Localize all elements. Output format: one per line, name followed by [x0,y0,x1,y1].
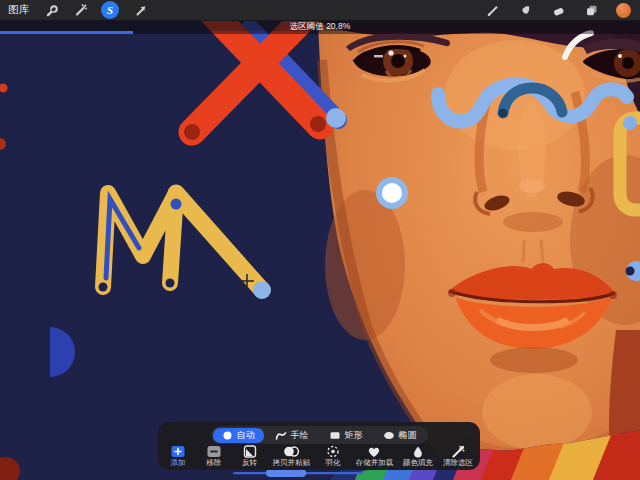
selection-tool-button[interactable]: S [101,1,119,19]
selection-mode-segmented-control: 自动 手绘 矩形 椭圆 [211,426,428,444]
transform-arrow-icon [133,3,148,18]
layers-button[interactable] [583,2,599,18]
wrench-icon [44,3,59,18]
actions-button[interactable] [43,2,59,18]
eraser-button[interactable] [550,2,566,18]
selection-toolbar-panel: 自动 手绘 矩形 椭圆 [158,422,480,470]
add-icon [170,445,186,458]
clear-brush-icon [450,445,465,458]
smudge-icon [518,3,533,18]
automatic-mode-icon [222,430,233,441]
mode-ellipse-button[interactable]: 椭圆 [374,428,426,443]
action-clear-selection-button[interactable]: 清除选区 [443,445,473,467]
brush-icon [485,3,500,18]
magic-wand-icon [73,3,88,18]
copy-paste-icon [283,445,300,458]
action-color-fill-button[interactable]: 颜色填充 [403,445,433,467]
mode-label: 手绘 [291,429,309,442]
action-label: 羽化 [325,459,340,467]
selection-threshold-label: 选区阈值 20.8% [290,21,350,30]
action-feather-button[interactable]: 羽化 [320,445,346,467]
procreate-window: 图库 S [0,0,640,480]
action-save-load-button[interactable]: 存储并加载 [356,445,394,467]
white-ring-dot [376,177,408,209]
mode-automatic-button[interactable]: 自动 [213,428,264,443]
selection-threshold-banner: 选区阈值 20.8% [0,21,640,31]
gallery-button[interactable]: 图库 [8,3,30,17]
mode-rectangle-button[interactable]: 矩形 [320,428,372,443]
feather-icon [326,445,340,458]
rectangle-mode-icon [329,430,341,441]
action-label: 添加 [171,459,186,467]
mode-freehand-button[interactable]: 手绘 [266,428,318,443]
eraser-icon [551,3,566,18]
brush-button[interactable] [484,2,500,18]
selection-threshold-track[interactable] [0,31,640,34]
layers-icon [584,3,599,18]
selection-actions-row: 添加 移除 反转 拷贝并粘贴 [158,444,480,470]
mode-label: 矩形 [345,429,363,442]
action-add-button[interactable]: 添加 [165,445,191,467]
action-label: 存储并加载 [356,459,394,467]
action-copy-paste-button[interactable]: 拷贝并粘贴 [273,445,311,467]
color-swatch[interactable] [616,3,631,18]
transform-button[interactable] [132,2,148,18]
top-toolbar: 图库 S [0,0,640,21]
action-label: 清除选区 [443,459,473,467]
action-label: 颜色填充 [403,459,433,467]
invert-icon [243,445,257,458]
action-label: 移除 [206,459,221,467]
action-remove-button[interactable]: 移除 [201,445,227,467]
canvas[interactable] [0,0,640,480]
action-label: 反转 [242,459,257,467]
remove-icon [206,445,222,458]
adjustments-button[interactable] [72,2,88,18]
smudge-button[interactable] [517,2,533,18]
mode-label: 自动 [237,429,255,442]
freehand-mode-icon [275,430,287,441]
action-invert-button[interactable]: 反转 [237,445,263,467]
action-label: 拷贝并粘贴 [273,459,311,467]
selection-glyph: S [107,5,113,16]
heart-icon [366,445,382,458]
ellipse-mode-icon [383,430,395,441]
mode-label: 椭圆 [399,429,417,442]
paint-drop-icon [411,445,425,458]
threshold-fill [0,31,133,34]
